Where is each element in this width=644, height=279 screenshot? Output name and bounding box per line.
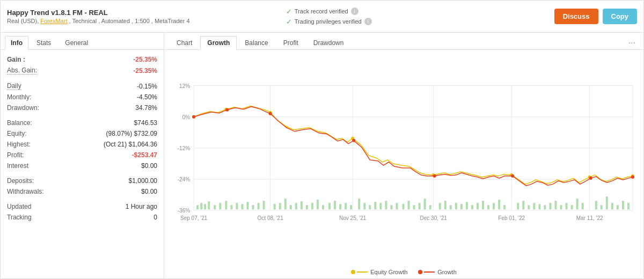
stat-balance: Balance: $746.53	[7, 118, 157, 128]
stat-withdrawals: Withdrawals: $0.00	[7, 186, 157, 197]
copy-button[interactable]: Copy	[603, 9, 638, 24]
svg-rect-65	[429, 205, 431, 209]
svg-point-110	[352, 139, 355, 142]
drawdown-value: 34.78%	[135, 104, 157, 112]
discuss-button[interactable]: Discuss	[554, 9, 598, 24]
sidebar-tabs: Info Stats General	[1, 33, 164, 50]
svg-rect-60	[402, 204, 404, 209]
svg-rect-81	[528, 205, 530, 209]
svg-rect-30	[230, 205, 232, 209]
svg-rect-49	[339, 204, 341, 209]
equity-dots	[192, 108, 634, 179]
info-icon-2[interactable]: i	[364, 18, 372, 25]
deposits-label: Deposits:	[7, 177, 34, 185]
svg-rect-47	[328, 203, 331, 209]
trading-privileges-label: Trading privileges verified	[295, 18, 362, 25]
svg-rect-64	[424, 199, 426, 209]
svg-rect-76	[493, 203, 495, 209]
svg-rect-80	[522, 201, 524, 209]
equity-growth-dot	[351, 270, 355, 274]
tab-general[interactable]: General	[59, 36, 94, 49]
svg-text:Mar 11, '22: Mar 11, '22	[576, 215, 603, 221]
equity-label: Equity:	[7, 130, 27, 137]
withdrawals-value: $0.00	[141, 188, 157, 195]
svg-rect-90	[576, 199, 579, 209]
svg-rect-40	[290, 205, 292, 209]
svg-rect-29	[225, 201, 227, 209]
svg-text:-24%: -24%	[178, 177, 190, 182]
growth-chart: 12% 0% -12% -24% -36% Sep 07, '21 Oct 0	[170, 55, 638, 267]
content: Info Stats General Gain : -25.35% Abs. G…	[1, 33, 643, 278]
svg-point-111	[433, 174, 436, 178]
svg-rect-48	[334, 201, 336, 209]
track-record-verified: ✓ Track record verified i	[286, 8, 554, 16]
stat-updated: Updated 1 Hour ago	[7, 201, 157, 212]
svg-rect-42	[301, 201, 303, 209]
svg-text:0%: 0%	[182, 114, 191, 120]
svg-point-114	[631, 175, 634, 179]
tracking-value: 0	[153, 214, 157, 221]
info-icon-1[interactable]: i	[351, 8, 358, 15]
svg-rect-23	[196, 205, 199, 209]
growth-label: Growth	[437, 269, 456, 275]
broker-link[interactable]: ForexMart	[40, 18, 67, 24]
tab-stats[interactable]: Stats	[31, 36, 57, 49]
stat-gain: Gain : -25.35%	[7, 54, 157, 65]
svg-rect-98	[627, 203, 630, 209]
header-actions: Discuss Copy	[554, 9, 637, 24]
svg-rect-36	[263, 201, 265, 209]
equity-value: (98.07%) $732.09	[106, 130, 157, 137]
svg-rect-89	[571, 205, 573, 209]
stat-profit: Profit: -$253.47	[7, 150, 157, 160]
svg-rect-69	[455, 203, 457, 209]
chart-tab-chart[interactable]: Chart	[170, 36, 199, 49]
svg-rect-52	[358, 199, 360, 209]
svg-rect-92	[595, 201, 597, 209]
svg-rect-41	[295, 203, 297, 209]
chart-tab-drawdown[interactable]: Drawdown	[306, 36, 351, 49]
svg-rect-68	[450, 205, 452, 209]
chart-tab-profit[interactable]: Profit	[276, 36, 305, 49]
daily-label[interactable]: Daily	[7, 82, 21, 90]
abs-gain-label[interactable]: Abs. Gain:	[7, 67, 37, 75]
svg-point-107	[192, 115, 195, 119]
svg-text:Sep 07, '21: Sep 07, '21	[180, 215, 208, 221]
svg-rect-97	[622, 201, 624, 209]
tab-info[interactable]: Info	[5, 36, 28, 50]
gain-value: -25.35%	[133, 56, 157, 63]
stat-drawdown: Drawdown: 34.78%	[7, 102, 157, 113]
svg-rect-73	[477, 203, 479, 209]
svg-rect-72	[471, 205, 473, 209]
svg-rect-88	[566, 203, 568, 209]
svg-text:-36%: -36%	[178, 208, 190, 214]
svg-rect-93	[601, 205, 603, 209]
svg-point-108	[225, 108, 229, 112]
stat-deposits: Deposits: $1,000.00	[7, 175, 157, 186]
svg-rect-43	[306, 205, 308, 209]
monthly-value: -4.50%	[137, 93, 157, 101]
svg-rect-35	[258, 203, 260, 209]
tracking-label: Tracking	[7, 214, 32, 221]
svg-rect-70	[460, 204, 463, 209]
header: Happy Trend v1.8.1 FM - REAL Real (USD),…	[1, 1, 643, 33]
chart-tab-growth[interactable]: Growth	[200, 36, 237, 50]
svg-rect-39	[284, 199, 287, 209]
header-left: Happy Trend v1.8.1 FM - REAL Real (USD),…	[7, 9, 275, 24]
svg-rect-31	[236, 203, 238, 209]
subtitle-suffix: , Technical , Automated , 1:500 , MetaTr…	[67, 18, 189, 24]
growth-line-legend	[424, 271, 435, 273]
sidebar-stats: Gain : -25.35% Abs. Gain: -25.35% Daily …	[1, 50, 164, 278]
monthly-label: Monthly:	[7, 93, 31, 101]
interest-value: $0.00	[141, 162, 157, 170]
equity-growth-line	[194, 106, 633, 184]
chart-tab-balance[interactable]: Balance	[238, 36, 275, 49]
sidebar: Info Stats General Gain : -25.35% Abs. G…	[1, 33, 164, 278]
svg-rect-55	[374, 202, 376, 209]
deposits-value: $1,000.00	[129, 177, 157, 185]
interest-label: Interest	[7, 162, 28, 170]
equity-growth-label: Equity Growth	[370, 269, 407, 275]
svg-rect-78	[503, 205, 506, 209]
header-subtitle: Real (USD), ForexMart , Technical , Auto…	[7, 18, 275, 24]
chart-legend: Equity Growth Growth	[164, 267, 643, 278]
chart-more-button[interactable]: ···	[626, 38, 638, 48]
